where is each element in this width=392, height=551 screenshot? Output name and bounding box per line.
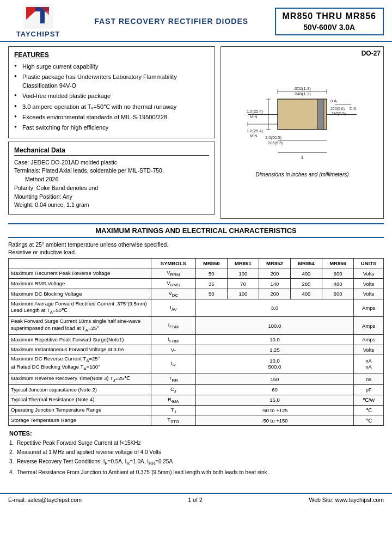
svg-text:1.0(25.4): 1.0(25.4): [247, 109, 264, 114]
col-header-units: UNITS: [354, 259, 384, 268]
table-row: Typical Thermal Resistance (Note 4) RθJA…: [9, 395, 384, 405]
col-header-mr854: MR854: [290, 259, 322, 268]
row-symbol: TJ: [151, 405, 195, 415]
row-desc: Typical Thermal Resistance (Note 4): [9, 395, 151, 405]
note-4: 4. Thermal Resistance From Junction to A…: [9, 468, 383, 476]
row-symbol: VDC: [151, 289, 195, 299]
feature-item: High surge current capability: [14, 62, 209, 72]
col-header-mr850: MR850: [195, 259, 227, 268]
svg-text:MIN: MIN: [250, 133, 258, 138]
svg-text:.052(1.3): .052(1.3): [293, 86, 311, 91]
row-desc: Peak Forward Surge Current 10ms single h…: [9, 317, 151, 335]
mechanical-row-case: Case: JEDEC DO-201AD molded plastic: [14, 158, 209, 167]
row-units: Amps: [354, 334, 384, 345]
row-desc: Maximum Instantaneous Forward Voltage at…: [9, 345, 151, 354]
mechanical-row-mounting: Mounting Position: Any: [14, 193, 209, 201]
svg-text:MIN: MIN: [250, 114, 258, 119]
row-desc: Maximum DC Blocking Voltage: [9, 289, 151, 299]
col-header-symbols: SYMBOLS: [151, 259, 195, 268]
part-number: MR850 THRU MR856: [283, 11, 376, 21]
table-row: Maximum Repetitive Peak Forward Surge(No…: [9, 334, 384, 345]
row-span-value: 60: [195, 384, 353, 395]
diagram-caption: Dimensions in inches and (millimeters): [255, 172, 348, 177]
feature-item: Fast switching for high efficiency: [14, 123, 209, 133]
table-row: Typical Junction capacitance (Note 2) CJ…: [9, 384, 384, 395]
page: TAYCHIPST FAST RECOVERY RECTIFIER DIODES…: [0, 0, 392, 551]
row-span-value: 150: [195, 374, 353, 384]
row-desc: Maximum Average Forward Rectified Curren…: [9, 299, 151, 317]
note-2: 2. Measured at 1 MHz and applied reverse…: [9, 448, 383, 456]
row-units: Volts: [354, 279, 384, 289]
table-row: Maximum Instantaneous Forward Voltage at…: [9, 345, 384, 354]
row-mr851: 100: [227, 289, 259, 299]
row-symbol: IFRM: [151, 334, 195, 345]
row-units: ns: [354, 374, 384, 384]
footer: E-mail: sales@taychipst.com 1 of 2 Web S…: [0, 493, 392, 506]
row-mr850: 35: [195, 279, 227, 289]
ratings-intro-1: Ratings at 25° ambient temperature unles…: [8, 241, 384, 248]
row-symbol: VRMS: [151, 279, 195, 289]
feature-item: Plastic package has Underwriters Laborat…: [14, 72, 209, 91]
company-logo-icon: [23, 4, 53, 29]
col-header-mr852: MR852: [259, 259, 290, 268]
row-symbol: TRR: [151, 374, 195, 384]
row-span-value: -50 to +125: [195, 405, 353, 415]
row-units: pF: [354, 384, 384, 395]
row-symbol: V-: [151, 345, 195, 354]
table-row: Maximum Average Forward Rectified Curren…: [9, 299, 384, 317]
row-span-value: 10.0: [195, 334, 353, 345]
notes-title: NOTES:: [9, 430, 383, 437]
row-symbol: TSTG: [151, 415, 195, 426]
mechanical-row-polarity: Polarity: Color Band denotes end: [14, 184, 209, 193]
table-row: Maximum Recurrent Peak Reverse Voltage V…: [9, 268, 384, 279]
svg-text:1: 1: [301, 155, 303, 160]
row-units: ℃: [354, 415, 384, 426]
row-mr852: 200: [259, 289, 290, 299]
row-desc: Maximum Repetitive Peak Forward Surge(No…: [9, 334, 151, 345]
row-mr856: 480: [322, 279, 354, 289]
col-header-mr851: MR851: [227, 259, 259, 268]
row-span-value: 3.0: [195, 299, 353, 317]
row-mr854: 400: [290, 268, 322, 279]
svg-text:DIA: DIA: [350, 106, 357, 111]
feature-item: Exceeds environmental standards of MIL-S…: [14, 112, 209, 123]
svg-text:2.0(50.5): 2.0(50.5): [265, 135, 282, 140]
row-desc: Operating Junction Temperature Range: [9, 405, 151, 415]
mechanical-row-terminals: Terminals: Plated Axial leads, solderabl…: [14, 167, 209, 184]
logo-area: TAYCHIPST: [8, 4, 68, 38]
mechanical-box: Mechanical Data Case: JEDEC DO-201AD mol…: [8, 142, 215, 215]
row-mr856: 600: [322, 268, 354, 279]
row-desc: Storage Temperature Range: [9, 415, 151, 426]
features-title: FEATURES: [14, 51, 209, 59]
company-tagline: FAST RECOVERY RECTIFIER DIODES: [68, 17, 275, 26]
feature-item: Void-free molded plastic package: [14, 91, 209, 101]
table-row: Maximum DC Blocking Voltage VDC 50 100 2…: [9, 289, 384, 299]
row-desc: Maximum DC Reverse Current TA=25°at Rate…: [9, 354, 151, 374]
ratings-intro-2: Resistive or inductive load.: [8, 249, 384, 255]
row-span-value: 15.0: [195, 395, 353, 405]
data-table: SYMBOLS MR850 MR851 MR852 MR854 MR856 UN…: [8, 258, 384, 426]
svg-text:0 A: 0 A: [330, 99, 337, 103]
row-desc: Typical Junction capacitance (Note 2): [9, 384, 151, 395]
row-mr851: 100: [227, 268, 259, 279]
col-header-desc: [9, 259, 151, 268]
row-symbol: RθJA: [151, 395, 195, 405]
row-units: Amps: [354, 299, 384, 317]
table-row: Operating Junction Temperature Range TJ …: [9, 405, 384, 415]
row-units: Volts: [354, 345, 384, 354]
features-list: High surge current capability Plastic pa…: [14, 62, 209, 133]
row-symbol: IR: [151, 354, 195, 374]
row-span-value: 100.0: [195, 317, 353, 335]
row-units: Amps: [354, 317, 384, 335]
company-name: TAYCHIPST: [16, 30, 60, 38]
row-mr850: 50: [195, 268, 227, 279]
top-section: FEATURES High surge current capability P…: [8, 46, 384, 219]
diagram-area: DO-27 .052(1.3): [220, 46, 384, 219]
row-symbol: IFSM: [151, 317, 195, 335]
footer-email: E-mail: sales@taychipst.com: [8, 497, 82, 503]
svg-text:.205(5.5): .205(5.5): [267, 140, 284, 145]
svg-text:1.0(25.4): 1.0(25.4): [247, 128, 264, 133]
svg-text:.048(1.2): .048(1.2): [293, 91, 311, 96]
row-mr854: 280: [290, 279, 322, 289]
feature-item: 3.0 ampere operation at Tₐ=50℃ with no t…: [14, 102, 209, 112]
